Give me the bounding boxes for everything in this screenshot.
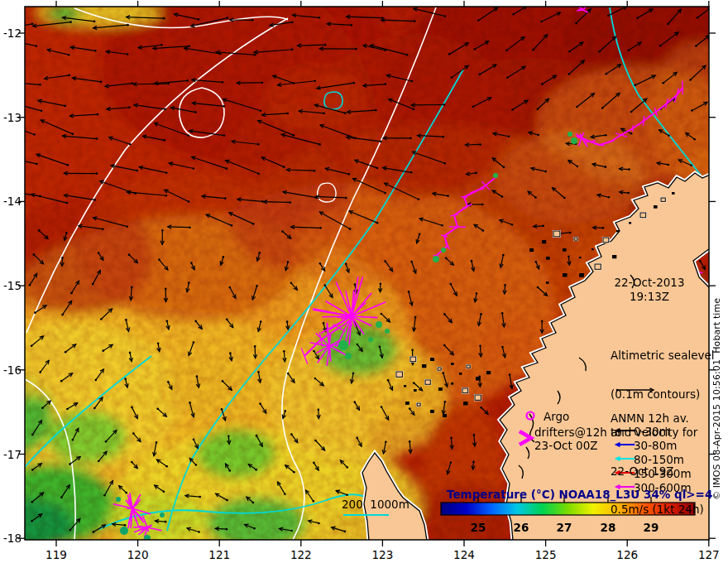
y-axis-tick-label: -17 — [0, 448, 22, 461]
anmn-item-label: 30-80m — [634, 439, 677, 452]
altimetric-note-line: Altimetric sealevel — [611, 349, 715, 363]
x-axis-tick-label: 121 — [208, 548, 230, 561]
y-axis-tick-label: -18 — [0, 532, 22, 545]
anmn-item-label: 0-30m — [634, 425, 670, 438]
colorbar-tick-label: 29 — [644, 521, 659, 534]
x-axis-tick-label: 127 — [698, 548, 720, 561]
y-axis-tick-label: -16 — [0, 363, 22, 377]
copyright-credit: © IMOS 08-Apr-2015 10:56:01 Hobart time — [711, 296, 722, 500]
colorbar-tick-label: 28 — [601, 521, 616, 534]
x-axis-tick-label: 126 — [616, 548, 638, 561]
y-axis-tick-label: -15 — [0, 279, 22, 292]
x-axis-tick-label: 125 — [535, 548, 557, 561]
map-date: 22-Oct-2013 — [608, 276, 691, 289]
map-time: 19:13Z — [608, 290, 691, 303]
altimetric-note-line: (0.1m contours) — [611, 388, 715, 402]
x-axis-tick-label: 124 — [453, 548, 475, 561]
x-axis-tick-label: 119 — [46, 548, 67, 561]
colorbar-title: Temperature (°C) NOAA18_L3U 34% ql>=4 — [447, 488, 711, 501]
colorbar-tick-label: 27 — [557, 521, 572, 534]
drifters-label-line2: 23-Oct 00Z — [534, 439, 598, 452]
anmn-item-label: 80-150m — [634, 453, 684, 466]
y-axis-tick-label: -14 — [0, 195, 22, 208]
y-axis-tick-label: -12 — [0, 26, 22, 40]
argo-label: Argo — [544, 410, 569, 423]
imos-sst-figure: { "frame": {"x":30,"y":8,"w":827,"h":644… — [0, 0, 728, 563]
anmn-legend-title: ANMN 12h av. — [611, 411, 689, 425]
anmn-item-label: 150-300m — [634, 467, 692, 480]
y-axis-tick-label: -13 — [0, 111, 22, 124]
drifters-label-line1: drifters@12h to — [534, 426, 622, 439]
colorbar-tick-label: 25 — [471, 521, 486, 534]
altimetric-note-line: 0.5m/s (1kt 24h) — [611, 503, 715, 517]
isobath-scale-label: 200 1000m — [342, 498, 410, 511]
x-axis-tick-label: 123 — [372, 548, 394, 561]
x-axis-tick-label: 122 — [290, 548, 312, 561]
colorbar-tick-label: 26 — [514, 521, 529, 534]
x-axis-tick-label: 120 — [127, 548, 149, 561]
